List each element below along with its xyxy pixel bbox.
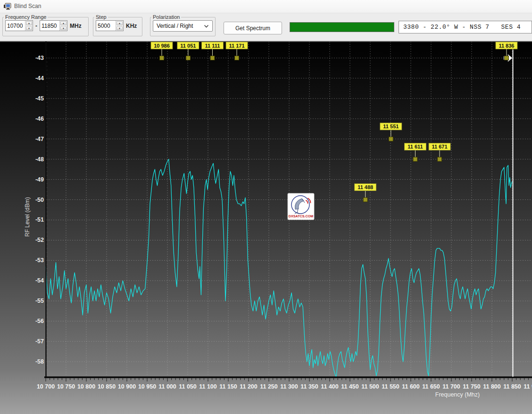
scan-progress-bar [290, 22, 394, 32]
logo-text: DXSATCS.COM [289, 214, 314, 218]
y-tick-label: -46 [35, 116, 44, 122]
step-group: Step ▲▼ KHz [93, 14, 142, 36]
freq-unit-label: MHz [70, 23, 82, 29]
toolbar: Frequency Range ▲▼ - ▲▼ MHz Step ▲▼ [0, 13, 532, 41]
spin-up-icon[interactable]: ▲ [116, 21, 123, 25]
spin-up-icon[interactable]: ▲ [26, 21, 32, 25]
x-tick-label: 11 100 [199, 383, 217, 390]
y-tick-label: -48 [35, 156, 44, 163]
frequency-range-group: Frequency Range ▲▼ - ▲▼ MHz [2, 14, 89, 36]
x-tick-label: 11 900 [524, 383, 532, 390]
spectrum-chart[interactable]: -43-44-45-46-47-48-49-50-51-52-53-54-55-… [0, 41, 532, 414]
x-tick-label: 11 500 [361, 383, 379, 390]
x-axis-title: Frequency (Mhz) [435, 391, 480, 398]
x-tick-label: 10 950 [138, 383, 156, 390]
x-tick-label: 11 550 [382, 383, 399, 390]
marker-label: 11 551 [383, 124, 399, 129]
marker-label: 11 488 [357, 184, 373, 190]
x-tick-label: 11 050 [179, 383, 197, 390]
x-tick-label: 11 750 [463, 383, 481, 390]
marker-label: 11 051 [180, 43, 196, 49]
x-tick-label: 10 800 [77, 383, 95, 390]
x-tick-label: 11 400 [321, 383, 339, 390]
y-tick-label: -49 [35, 176, 44, 183]
marker-square [504, 56, 508, 60]
y-tick-label: -44 [35, 75, 44, 82]
scan-progress-fill [290, 23, 394, 32]
freq-end-input[interactable] [40, 21, 59, 31]
x-tick-label: 11 200 [240, 383, 258, 390]
x-tick-label: 10 750 [57, 383, 75, 390]
freq-end-spinbox: ▲▼ [40, 20, 67, 31]
title-bar: Blind Scan [0, 0, 532, 13]
step-spinbox: ▲▼ [96, 20, 124, 31]
y-tick-label: -56 [35, 318, 44, 324]
range-separator: - [35, 23, 37, 29]
x-axis-line [44, 376, 532, 378]
chevron-down-icon [204, 23, 209, 29]
x-tick-label: 11 450 [341, 383, 359, 390]
marker-square [159, 56, 164, 60]
step-unit-label: KHz [126, 23, 137, 29]
x-tick-label: 11 300 [280, 383, 298, 390]
satellite-info-field: 3380 - 22.0° W - NSS 7 SES 4 [399, 21, 532, 33]
spin-up-icon[interactable]: ▲ [60, 21, 66, 25]
freq-start-spinner[interactable]: ▲▼ [25, 21, 33, 31]
marker-label: 11 671 [432, 144, 448, 149]
y-tick-label: -53 [35, 257, 44, 264]
polarization-label: Polarization [151, 14, 181, 20]
step-spinner[interactable]: ▲▼ [116, 21, 123, 31]
marker-label: 11 171 [229, 43, 245, 49]
marker-square [413, 157, 417, 161]
y-tick-label: -58 [35, 358, 44, 365]
blind-scan-window: Blind Scan Frequency Range ▲▼ - ▲▼ MHz S… [0, 0, 532, 414]
y-tick-label: -51 [35, 216, 44, 223]
y-tick-label: -52 [35, 237, 44, 243]
marker-label: 11 111 [205, 43, 220, 49]
y-axis-line [45, 41, 46, 377]
marker-square [210, 56, 215, 60]
marker-square [438, 157, 442, 161]
x-tick-label: 11 800 [483, 383, 501, 390]
x-tick-label: 11 150 [219, 383, 237, 390]
freq-start-spinbox: ▲▼ [5, 20, 33, 31]
spin-down-icon[interactable]: ▼ [116, 26, 123, 31]
marker-label: 11 611 [407, 144, 423, 149]
dxsatcs-logo: DXSATCS.COM [288, 193, 314, 220]
y-tick-label: -43 [35, 55, 44, 61]
x-tick-label: 11 850 [503, 383, 521, 390]
x-tick-label: 11 250 [260, 383, 278, 390]
x-tick-label: 11 700 [442, 383, 460, 390]
marker-label: 11 836 [499, 43, 514, 49]
y-tick-label: -55 [35, 298, 44, 304]
x-tick-label: 10 850 [98, 383, 116, 390]
marker-label: 10 986 [154, 43, 170, 49]
step-label: Step [94, 14, 108, 20]
y-tick-label: -50 [35, 197, 44, 203]
chart-background [0, 41, 532, 414]
marker-square [389, 137, 393, 141]
x-tick-label: 10 900 [118, 383, 136, 390]
y-tick-label: -47 [35, 136, 44, 142]
app-icon [3, 2, 12, 10]
polarization-group: Polarization Vertical / Right [150, 14, 216, 36]
spin-down-icon[interactable]: ▼ [60, 26, 66, 31]
freq-end-spinner[interactable]: ▲▼ [59, 21, 67, 31]
marker-square [186, 56, 190, 60]
marker-square [363, 198, 367, 202]
window-title: Blind Scan [14, 3, 41, 9]
freq-start-input[interactable] [6, 21, 25, 31]
x-tick-label: 11 600 [402, 383, 420, 390]
x-tick-label: 11 000 [158, 383, 176, 390]
y-tick-label: -57 [35, 338, 44, 345]
y-axis-title: RF Level (dBm) [24, 197, 31, 237]
get-spectrum-button[interactable]: Get Spectrum [224, 22, 282, 34]
polarization-select[interactable]: Vertical / Right [153, 20, 213, 32]
spin-down-icon[interactable]: ▼ [26, 26, 32, 31]
polarization-selected-value: Vertical / Right [157, 23, 193, 29]
x-tick-label: 11 650 [422, 383, 440, 390]
marker-square [235, 56, 239, 60]
y-tick-label: -45 [35, 95, 44, 102]
step-input[interactable] [96, 21, 116, 31]
x-tick-label: 10 700 [37, 383, 55, 390]
